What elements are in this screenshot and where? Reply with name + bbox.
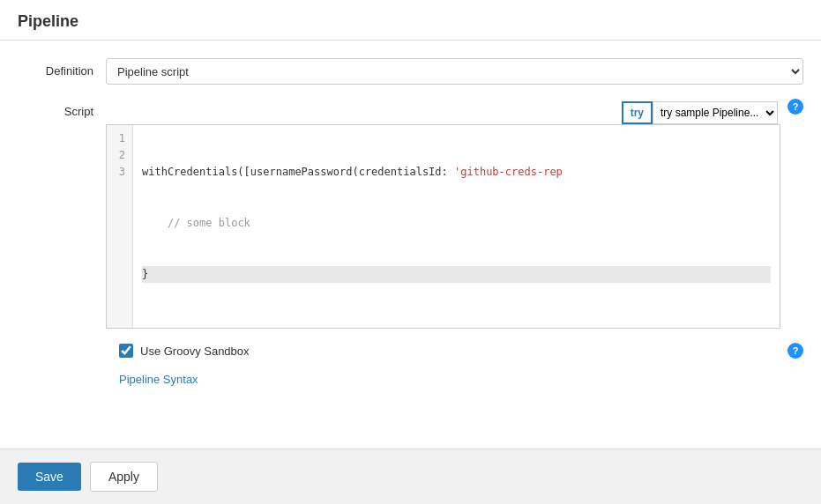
definition-select[interactable]: Pipeline script Pipeline script from SCM: [106, 58, 803, 85]
try-button[interactable]: try: [622, 101, 653, 124]
pipeline-syntax-link[interactable]: Pipeline Syntax: [119, 373, 198, 386]
sample-select[interactable]: try sample Pipeline... Hello World GitHu…: [653, 101, 778, 124]
code-content[interactable]: withCredentials([usernamePassword(creden…: [133, 125, 780, 328]
comment-text-1: // some block: [168, 217, 250, 229]
groovy-sandbox-label: Use Groovy Sandbox: [140, 345, 250, 358]
definition-control: Pipeline script Pipeline script from SCM: [106, 58, 803, 85]
line-number-1: 1: [114, 130, 125, 147]
groovy-sandbox-checkbox[interactable]: [119, 344, 133, 358]
groovy-sandbox-row: Use Groovy Sandbox ?: [119, 343, 803, 359]
code-line-1: withCredentials([usernamePassword(creden…: [142, 164, 771, 181]
script-label: Script: [18, 99, 106, 118]
line-number-2: 2: [114, 147, 125, 164]
save-button[interactable]: Save: [18, 463, 81, 491]
code-line-3: }: [142, 266, 771, 283]
string-literal-1: 'github-creds-rep: [454, 166, 563, 178]
bottom-bar: Save Apply: [0, 448, 821, 504]
toolbar-row: try try sample Pipeline... Hello World G…: [106, 99, 780, 124]
content-area: Definition Pipeline script Pipeline scri…: [0, 41, 821, 421]
code-line-2: // some block: [142, 215, 771, 232]
script-editor-container[interactable]: 1 2 3 withCredentials([usernamePassword(…: [106, 124, 780, 329]
page-header: Pipeline: [0, 0, 821, 41]
script-help-icon[interactable]: ?: [787, 99, 803, 115]
sandbox-help-icon[interactable]: ?: [787, 343, 803, 359]
script-row: Script try try sample Pipeline... Hello …: [18, 99, 803, 329]
definition-row: Definition Pipeline script Pipeline scri…: [18, 58, 803, 85]
page-container: Pipeline Definition Pipeline script Pipe…: [0, 0, 821, 504]
pipeline-syntax-link-wrapper: Pipeline Syntax: [119, 373, 803, 386]
page-title: Pipeline: [18, 12, 78, 30]
definition-label: Definition: [18, 58, 106, 78]
script-editor-outer: try try sample Pipeline... Hello World G…: [106, 99, 780, 329]
apply-button[interactable]: Apply: [90, 462, 158, 492]
code-area: 1 2 3 withCredentials([usernamePassword(…: [107, 125, 780, 328]
line-numbers: 1 2 3: [107, 125, 133, 328]
script-editor-wrapper: try try sample Pipeline... Hello World G…: [106, 99, 780, 329]
line-number-3: 3: [114, 164, 125, 181]
